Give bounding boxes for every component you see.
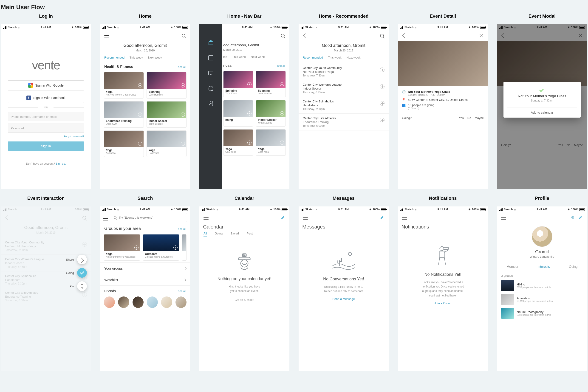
tab-this-week[interactable]: This week [130, 56, 143, 61]
event-card[interactable]: + Endurance TrainingOpen Gym [104, 101, 144, 128]
search-bar[interactable] [111, 213, 187, 222]
back-button[interactable] [401, 32, 408, 39]
event-card[interactable]: + YogaAshtanga [104, 130, 144, 157]
friend-avatar[interactable] [132, 296, 144, 308]
search-button[interactable] [378, 32, 386, 39]
signin-facebook-button[interactable]: fSign in With Facebook [8, 93, 84, 103]
tab-this-week[interactable]: This week [232, 55, 246, 60]
event-card[interactable]: + Indoor SoccerYouth League [146, 101, 186, 128]
add-icon[interactable]: + [247, 112, 252, 116]
tab-next-week[interactable]: Next week [148, 56, 162, 61]
forgot-password-link[interactable]: Forgot password? [8, 135, 84, 138]
recommendation-row[interactable]: Center City Youth Community Not Your Mot… [1, 238, 91, 255]
pin-button[interactable] [77, 281, 87, 291]
recommendation-row[interactable]: Center City Elite Athletes Endurance Tra… [298, 114, 389, 130]
add-icon[interactable]: + [138, 112, 142, 117]
compose-button[interactable] [378, 214, 386, 221]
tab-this-week[interactable]: This week [328, 56, 342, 61]
signup-link[interactable]: Sign up. [56, 162, 66, 165]
your-groups-link[interactable]: Your groups [100, 262, 190, 274]
tab-going[interactable]: Going [568, 264, 578, 271]
add-icon[interactable]: + [181, 112, 185, 117]
rsvp-no[interactable]: No [468, 116, 471, 120]
see-all-link[interactable]: see all [178, 66, 186, 69]
username-input[interactable] [8, 112, 84, 121]
tab-saved[interactable]: Saved [230, 232, 239, 237]
menu-button[interactable] [401, 214, 408, 221]
menu-button[interactable] [302, 214, 309, 221]
tab-member[interactable]: Member [506, 264, 519, 271]
event-card[interactable]: + SpinningLove Handles [256, 71, 286, 97]
tab-recommended[interactable]: led [223, 55, 227, 60]
add-icon[interactable]: + [134, 246, 138, 250]
friend-avatar[interactable] [161, 296, 172, 308]
add-icon[interactable]: + [138, 142, 142, 146]
event-card[interactable]: + YogaNot Your Mother's Yoga Class [104, 72, 144, 98]
password-input[interactable] [8, 124, 84, 133]
add-icon[interactable]: + [181, 83, 185, 88]
going-button[interactable] [77, 268, 87, 278]
event-card[interactable]: + Indoor SoccerYouth League [256, 100, 286, 126]
event-card[interactable]: + YogaGoat Yoga [223, 129, 253, 156]
join-group-link[interactable]: Join a Group [434, 302, 451, 305]
search-input[interactable] [119, 216, 184, 219]
event-card-peek[interactable] [182, 234, 186, 261]
tab-interests[interactable]: Interests [536, 264, 551, 271]
friend-avatar[interactable] [176, 296, 186, 308]
add-icon[interactable]: + [247, 82, 252, 86]
tab-recommended[interactable]: Recommended [303, 56, 323, 61]
event-card[interactable]: + YogaGoat Yoga [256, 129, 286, 156]
friend-avatar[interactable] [147, 296, 158, 308]
edit-button[interactable] [279, 214, 286, 221]
add-icon[interactable]: + [247, 140, 252, 145]
event-card[interactable]: + nning [223, 100, 253, 126]
add-icon[interactable]: + [280, 82, 284, 86]
interest-row[interactable]: Nature Photography 2988 people are inter… [497, 306, 587, 320]
add-icon[interactable]: + [181, 142, 185, 146]
see-all-link[interactable]: see all [277, 64, 285, 68]
menu-button[interactable] [500, 214, 507, 221]
tab-next-week[interactable]: Next week [251, 55, 265, 60]
tab-next-week[interactable]: Next week [346, 56, 360, 61]
rsvp-yes[interactable]: Yes [459, 116, 464, 120]
event-card[interactable]: + SpinningLove Handles [146, 72, 186, 98]
add-button[interactable] [380, 68, 384, 72]
back-button[interactable] [302, 32, 309, 39]
friend-avatar[interactable] [104, 296, 115, 308]
interest-row[interactable]: Hiking 3859 people are interested in thi… [497, 279, 587, 292]
profile-avatar[interactable] [532, 226, 552, 247]
event-card[interactable]: + OutdoorsChicago Hiking & Outdoors [143, 234, 179, 261]
add-icon[interactable]: + [138, 83, 142, 88]
friend-avatar[interactable] [118, 296, 129, 308]
share-button[interactable] [77, 255, 87, 264]
recommendation-row[interactable]: Center City Women's League Indoor Soccer… [298, 80, 389, 97]
rsvp-maybe[interactable]: Maybe [475, 116, 484, 120]
add-icon[interactable]: + [174, 246, 178, 250]
nav-profile[interactable] [206, 99, 216, 108]
see-all-link[interactable]: see all [178, 290, 186, 293]
tab-past[interactable]: Past [247, 232, 253, 237]
add-icon[interactable]: + [280, 112, 284, 116]
watchlist-link[interactable]: Watchlist [100, 274, 190, 286]
edit-profile-button[interactable] [577, 214, 584, 221]
tab-going[interactable]: Going [214, 232, 222, 237]
search-button[interactable] [180, 32, 187, 39]
recommendation-row[interactable]: Center City Spinaholics Handlebars Thurs… [298, 97, 389, 114]
nav-messages[interactable] [206, 68, 216, 78]
search-button[interactable] [279, 32, 286, 39]
close-button[interactable] [478, 32, 485, 39]
menu-button[interactable] [103, 32, 110, 39]
add-icon[interactable]: + [280, 140, 284, 145]
nav-notifications[interactable] [206, 84, 216, 93]
add-button[interactable] [380, 84, 384, 89]
nav-calendar[interactable] [206, 53, 216, 62]
tab-recommended[interactable]: Recommended [104, 56, 124, 61]
event-card[interactable]: + YogaNot your mother's yoga class [104, 234, 140, 261]
menu-button[interactable] [102, 215, 109, 222]
event-card[interactable]: + SpinningYoga Class [223, 71, 253, 97]
add-button[interactable] [380, 101, 384, 106]
nav-home[interactable] [206, 38, 216, 47]
settings-button[interactable]: ⚙ [569, 214, 576, 221]
add-to-calendar-button[interactable]: Add to calendar [507, 107, 577, 118]
tab-all[interactable]: All [204, 232, 207, 237]
